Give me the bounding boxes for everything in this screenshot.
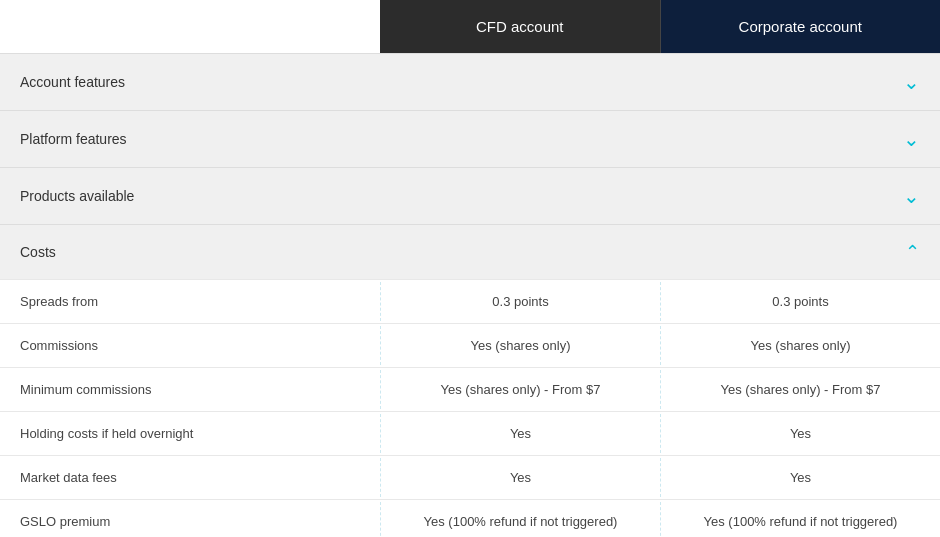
- table-row: Holding costs if held overnightYesYes: [0, 411, 940, 455]
- row-corporate-value: Yes (100% refund if not triggered): [660, 502, 940, 538]
- table-row: Market data feesYesYes: [0, 455, 940, 499]
- row-label: Commissions: [0, 326, 380, 365]
- cfd-account-header: CFD account: [380, 0, 661, 53]
- corporate-account-header: Corporate account: [661, 0, 941, 53]
- row-label: GSLO premium: [0, 502, 380, 538]
- account-features-label: Account features: [20, 74, 893, 90]
- row-corporate-value: Yes: [660, 414, 940, 453]
- platform-features-label: Platform features: [20, 131, 893, 147]
- row-label: Market data fees: [0, 458, 380, 497]
- account-features-section[interactable]: Account features: [0, 53, 940, 110]
- row-label: Holding costs if held overnight: [0, 414, 380, 453]
- row-corporate-value: Yes (shares only): [660, 326, 940, 365]
- row-corporate-value: Yes: [660, 458, 940, 497]
- row-corporate-value: Yes (shares only) - From $7: [660, 370, 940, 409]
- account-features-chevron-icon: [903, 70, 920, 94]
- costs-chevron-icon: [905, 241, 920, 263]
- products-available-chevron-icon: [903, 184, 920, 208]
- row-cfd-value: Yes (shares only): [380, 326, 660, 365]
- table-row: Minimum commissionsYes (shares only) - F…: [0, 367, 940, 411]
- products-available-label: Products available: [20, 188, 893, 204]
- row-cfd-value: Yes: [380, 414, 660, 453]
- header-spacer: [0, 0, 380, 53]
- row-cfd-value: Yes (shares only) - From $7: [380, 370, 660, 409]
- table-row: CommissionsYes (shares only)Yes (shares …: [0, 323, 940, 367]
- costs-section[interactable]: Costs: [0, 224, 940, 279]
- row-cfd-value: 0.3 points: [380, 282, 660, 321]
- row-label: Minimum commissions: [0, 370, 380, 409]
- row-corporate-value: 0.3 points: [660, 282, 940, 321]
- table-header: CFD account Corporate account: [0, 0, 940, 53]
- row-label: Spreads from: [0, 282, 380, 321]
- costs-label: Costs: [20, 244, 895, 260]
- table-row: Spreads from0.3 points0.3 points: [0, 279, 940, 323]
- corporate-header-label: Corporate account: [739, 18, 862, 35]
- products-available-section[interactable]: Products available: [0, 167, 940, 224]
- platform-features-chevron-icon: [903, 127, 920, 151]
- platform-features-section[interactable]: Platform features: [0, 110, 940, 167]
- cfd-header-label: CFD account: [476, 18, 564, 35]
- costs-rows-container: Spreads from0.3 points0.3 pointsCommissi…: [0, 279, 940, 537]
- row-cfd-value: Yes: [380, 458, 660, 497]
- table-row: GSLO premiumYes (100% refund if not trig…: [0, 499, 940, 537]
- row-cfd-value: Yes (100% refund if not triggered): [380, 502, 660, 538]
- comparison-container: CFD account Corporate account Account fe…: [0, 0, 940, 537]
